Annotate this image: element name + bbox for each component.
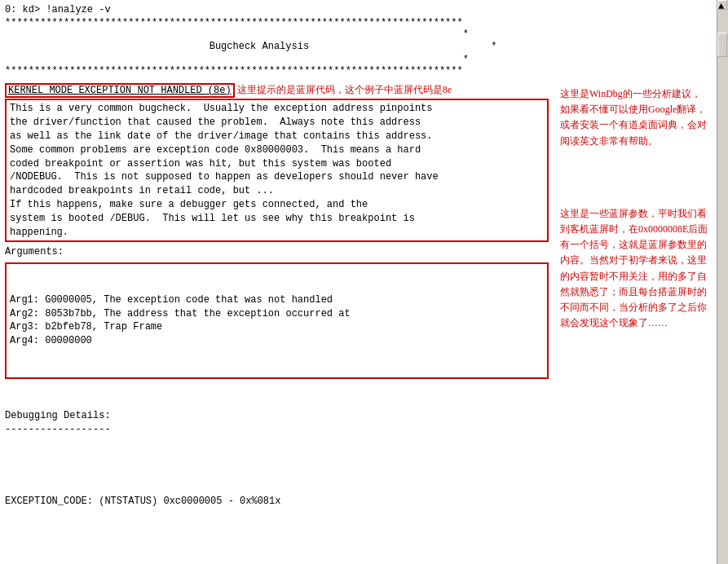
main-container: 0: kd> !analyze -v *********************… <box>0 0 728 564</box>
exception-code: EXCEPTION_CODE: (NTSTATUS) 0xc0000005 - … <box>5 495 549 509</box>
star-line-2: ****************************************… <box>5 65 549 77</box>
right-note-2: 这里是一些蓝屏参数，平时我们看到客机蓝屏时，在0x0000008E后面有一个括号… <box>560 206 710 332</box>
arguments-box: Arg1: G0000005, The exception code that … <box>5 262 549 378</box>
args-text: Arg1: G0000005, The exception code that … <box>10 293 544 348</box>
kernel-title: KERNEL MODE EXCEPTION NOT HANDLED (8e) 这… <box>5 83 549 98</box>
kernel-title-underline: KERNEL MODE EXCEPTION NOT HANDLED (8e) <box>5 83 235 98</box>
kernel-body-box: This is a very common bugcheck. Usually … <box>5 99 549 242</box>
debug-section: Debugging Details: ------------------ EX… <box>5 382 549 564</box>
debug-header: Debugging Details: ------------------ <box>5 409 549 437</box>
kernel-title-red: 这里提示的是蓝屏代码，这个例子中蓝屏代码是8e <box>235 84 452 95</box>
star-line-1: ****************************************… <box>5 17 549 29</box>
right-panel: 这里是WinDbg的一些分析建议，如果看不懂可以使用Google翻译，或者安装一… <box>554 0 717 564</box>
right-note-1: 这里是WinDbg的一些分析建议，如果看不懂可以使用Google翻译，或者安装一… <box>560 86 710 149</box>
command-line: 0: kd> !analyze -v <box>5 3 549 17</box>
analysis-title: Bugcheck Analysis * <box>5 40 549 54</box>
kernel-body-text: This is a very common bugcheck. Usually … <box>10 102 544 239</box>
scrollbar-up-button[interactable]: ▲ <box>717 0 727 10</box>
scrollbar-thumb[interactable] <box>717 33 727 57</box>
star-line-1b: * <box>5 29 549 40</box>
arguments-label: Arguments: <box>5 245 549 259</box>
left-panel: 0: kd> !analyze -v *********************… <box>0 0 554 564</box>
scrollbar[interactable]: ▲ ▼ <box>717 0 728 564</box>
star-line-1c: * <box>5 54 549 65</box>
